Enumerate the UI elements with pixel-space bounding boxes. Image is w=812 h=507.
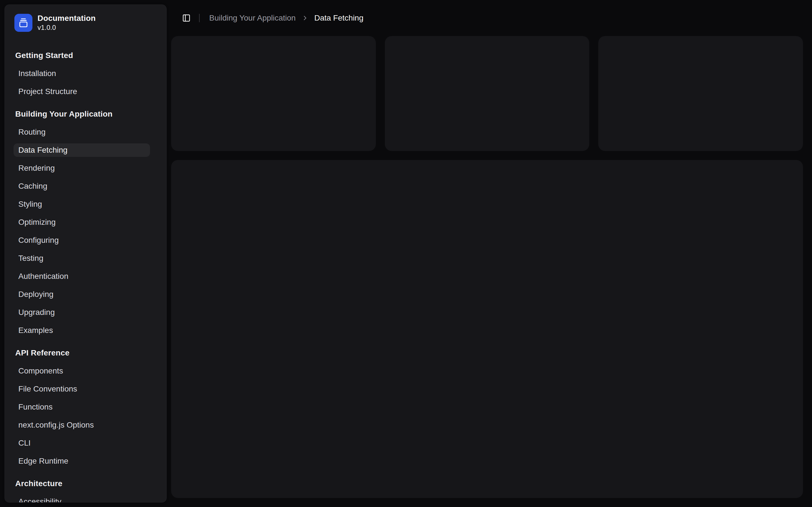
sidebar-item-file-conventions[interactable]: File Conventions [13, 382, 150, 396]
sidebar-item-accessibility[interactable]: Accessibility [13, 495, 150, 503]
sidebar-group-label: API Reference [13, 344, 150, 362]
sidebar-header[interactable]: Documentation v1.0.0 [5, 5, 166, 32]
sidebar-item-optimizing[interactable]: Optimizing [13, 216, 150, 229]
app-identity: Documentation v1.0.0 [38, 13, 96, 32]
panel-left-icon [182, 14, 191, 22]
sidebar-menu-row: Caching [13, 177, 150, 195]
sidebar-item-examples[interactable]: Examples [13, 324, 150, 337]
sidebar-menu: RoutingData FetchingRenderingCachingStyl… [13, 123, 150, 339]
gallery-vertical-end-icon [18, 18, 28, 27]
sidebar-menu-row: Data Fetching [13, 141, 150, 159]
sidebar-menu-row: Styling [13, 195, 150, 213]
placeholder-card [385, 36, 590, 151]
sidebar-item-styling[interactable]: Styling [13, 198, 150, 211]
placeholder-card [171, 36, 376, 151]
main-area: Building Your Application Data Fetching [171, 0, 803, 498]
sidebar-item-rendering[interactable]: Rendering [13, 161, 150, 175]
sidebar-group-architecture: ArchitectureAccessibility [13, 474, 150, 503]
sidebar-menu-row: Functions [13, 398, 150, 416]
sidebar-item-data-fetching[interactable]: Data Fetching [13, 144, 150, 157]
main-header: Building Your Application Data Fetching [171, 0, 803, 36]
sidebar-item-project-structure[interactable]: Project Structure [13, 85, 150, 98]
sidebar-menu-row: next.config.js Options [13, 416, 150, 434]
content [171, 36, 803, 498]
breadcrumb: Building Your Application Data Fetching [209, 13, 363, 22]
header-separator [199, 14, 200, 22]
sidebar-item-functions[interactable]: Functions [13, 400, 150, 414]
sidebar-group-getting-started: Getting StartedInstallationProject Struc… [13, 47, 150, 101]
sidebar-group-building-your-application: Building Your ApplicationRoutingData Fet… [13, 105, 150, 339]
sidebar-item-caching[interactable]: Caching [13, 179, 150, 193]
sidebar-group-label: Architecture [13, 474, 150, 493]
sidebar-menu-row: Rendering [13, 159, 150, 177]
sidebar-toggle-button[interactable] [179, 10, 194, 26]
sidebar-item-installation[interactable]: Installation [13, 67, 150, 80]
sidebar-group-api-reference: API ReferenceComponentsFile ConventionsF… [13, 344, 150, 470]
sidebar-group-label: Building Your Application [13, 105, 150, 123]
sidebar-menu: InstallationProject Structure [13, 64, 150, 101]
sidebar-menu-row: Optimizing [13, 213, 150, 231]
sidebar-menu-row: Deploying [13, 285, 150, 303]
sidebar-menu-row: Components [13, 362, 150, 380]
sidebar-group-label: Getting Started [13, 47, 150, 64]
sidebar-menu-row: Upgrading [13, 303, 150, 321]
placeholder-panel [171, 160, 803, 498]
sidebar-menu-row: Accessibility [13, 493, 150, 503]
sidebar: Documentation v1.0.0 Getting StartedInst… [4, 4, 167, 503]
breadcrumb-current: Data Fetching [314, 13, 363, 22]
sidebar-item-testing[interactable]: Testing [13, 251, 150, 265]
placeholder-card [598, 36, 803, 151]
sidebar-menu-row: Edge Runtime [13, 452, 150, 470]
sidebar-item-next-config-js-options[interactable]: next.config.js Options [13, 418, 150, 432]
sidebar-menu-row: CLI [13, 434, 150, 452]
sidebar-item-edge-runtime[interactable]: Edge Runtime [13, 454, 150, 468]
sidebar-menu-row: Configuring [13, 231, 150, 249]
sidebar-item-configuring[interactable]: Configuring [13, 233, 150, 247]
sidebar-menu-row: Authentication [13, 267, 150, 285]
sidebar-menu-row: Testing [13, 249, 150, 267]
sidebar-item-components[interactable]: Components [13, 364, 150, 378]
sidebar-item-routing[interactable]: Routing [13, 125, 150, 139]
sidebar-item-cli[interactable]: CLI [13, 436, 150, 450]
sidebar-menu-row: Installation [13, 64, 150, 82]
sidebar-menu: Accessibility [13, 493, 150, 503]
cards-row [171, 36, 803, 151]
app-title: Documentation [38, 13, 96, 23]
sidebar-nav: Getting StartedInstallationProject Struc… [5, 32, 166, 503]
sidebar-item-authentication[interactable]: Authentication [13, 270, 150, 283]
sidebar-item-deploying[interactable]: Deploying [13, 288, 150, 301]
sidebar-menu-row: File Conventions [13, 380, 150, 398]
sidebar-menu-row: Project Structure [13, 82, 150, 101]
app-version: v1.0.0 [38, 23, 96, 32]
breadcrumb-link-parent[interactable]: Building Your Application [209, 13, 296, 22]
chevron-right-icon [301, 14, 309, 22]
sidebar-item-upgrading[interactable]: Upgrading [13, 305, 150, 319]
sidebar-menu-row: Examples [13, 321, 150, 339]
app-logo [14, 14, 33, 32]
sidebar-menu-row: Routing [13, 123, 150, 141]
sidebar-menu: ComponentsFile ConventionsFunctionsnext.… [13, 362, 150, 470]
